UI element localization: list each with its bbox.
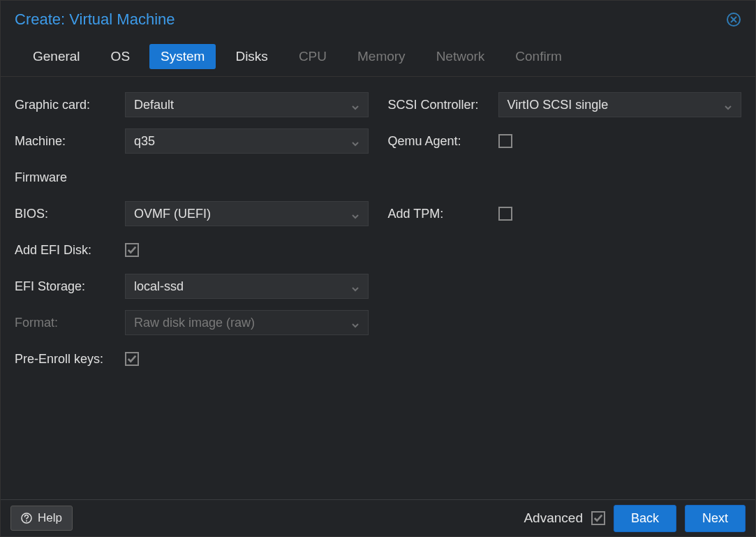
tab-cpu: CPU	[288, 44, 338, 69]
select-format-value: Raw disk image (raw)	[134, 316, 255, 330]
help-button-label: Help	[38, 511, 62, 525]
row-add-efi-disk: Add EFI Disk:	[15, 237, 369, 263]
label-advanced: Advanced	[524, 510, 583, 526]
tab-memory: Memory	[346, 44, 417, 69]
chevron-down-icon	[351, 318, 360, 327]
label-add-efi-disk: Add EFI Disk:	[15, 243, 125, 258]
row-pre-enroll-keys: Pre-Enroll keys:	[15, 346, 369, 372]
tab-os[interactable]: OS	[100, 44, 141, 69]
tab-confirm: Confirm	[504, 44, 573, 69]
label-scsi-controller: SCSI Controller:	[388, 98, 498, 112]
checkbox-pre-enroll-keys[interactable]	[125, 352, 139, 366]
select-format: Raw disk image (raw)	[125, 310, 369, 335]
chevron-down-icon	[351, 101, 360, 109]
checkbox-add-efi-disk[interactable]	[125, 243, 139, 257]
chevron-down-icon	[351, 209, 360, 218]
select-machine[interactable]: q35	[125, 128, 369, 154]
label-machine: Machine:	[15, 134, 125, 149]
close-icon	[726, 12, 741, 27]
check-icon	[127, 245, 137, 255]
checkbox-qemu-agent[interactable]	[498, 134, 512, 148]
row-scsi-controller: SCSI Controller: VirtIO SCSI single	[388, 92, 742, 117]
tab-disks[interactable]: Disks	[224, 44, 279, 69]
chevron-down-icon	[351, 137, 360, 145]
tab-system[interactable]: System	[149, 44, 216, 69]
select-graphic-card[interactable]: Default	[125, 92, 369, 117]
create-vm-dialog: Create: Virtual Machine General OS Syste…	[0, 0, 756, 537]
spacer	[388, 165, 742, 201]
label-add-tpm: Add TPM:	[388, 207, 498, 221]
footer: Help Advanced Back Next	[1, 499, 755, 536]
left-column: Graphic card: Default Machine: q35 Firmw…	[15, 92, 369, 499]
tab-network: Network	[425, 44, 496, 69]
label-pre-enroll-keys: Pre-Enroll keys:	[15, 352, 125, 367]
select-efi-storage-value: local-ssd	[134, 279, 184, 294]
select-efi-storage[interactable]: local-ssd	[125, 274, 369, 299]
help-button[interactable]: Help	[10, 506, 73, 531]
titlebar: Create: Virtual Machine	[1, 1, 755, 34]
section-firmware: Firmware	[15, 165, 369, 190]
select-graphic-card-value: Default	[134, 98, 174, 112]
row-graphic-card: Graphic card: Default	[15, 92, 369, 117]
right-column: SCSI Controller: VirtIO SCSI single Qemu…	[388, 92, 742, 499]
label-format: Format:	[15, 316, 125, 330]
row-format: Format: Raw disk image (raw)	[15, 310, 369, 335]
row-qemu-agent: Qemu Agent:	[388, 128, 742, 154]
chevron-down-icon	[724, 101, 732, 109]
row-efi-storage: EFI Storage: local-ssd	[15, 274, 369, 299]
row-machine: Machine: q35	[15, 128, 369, 154]
select-bios-value: OVMF (UEFI)	[134, 207, 211, 221]
check-icon	[593, 513, 603, 523]
help-icon	[21, 513, 32, 524]
dialog-title: Create: Virtual Machine	[15, 10, 175, 29]
select-scsi-controller[interactable]: VirtIO SCSI single	[498, 92, 742, 117]
svg-point-4	[26, 520, 27, 522]
next-button[interactable]: Next	[685, 505, 746, 532]
back-button[interactable]: Back	[614, 505, 676, 532]
tab-bar: General OS System Disks CPU Memory Netwo…	[1, 34, 755, 77]
check-icon	[127, 354, 137, 364]
chevron-down-icon	[351, 282, 360, 290]
select-bios[interactable]: OVMF (UEFI)	[125, 201, 369, 226]
content-area: Graphic card: Default Machine: q35 Firmw…	[1, 77, 755, 499]
select-scsi-controller-value: VirtIO SCSI single	[507, 98, 609, 112]
label-bios: BIOS:	[15, 207, 125, 221]
close-button[interactable]	[726, 12, 741, 27]
tab-general[interactable]: General	[22, 44, 91, 69]
footer-right: Advanced Back Next	[524, 505, 746, 532]
row-add-tpm: Add TPM:	[388, 201, 742, 226]
label-graphic-card: Graphic card:	[15, 98, 125, 112]
select-machine-value: q35	[134, 134, 155, 149]
row-bios: BIOS: OVMF (UEFI)	[15, 201, 369, 226]
label-qemu-agent: Qemu Agent:	[388, 134, 498, 149]
label-efi-storage: EFI Storage:	[15, 279, 125, 294]
checkbox-add-tpm[interactable]	[498, 207, 512, 221]
checkbox-advanced[interactable]	[591, 511, 605, 525]
